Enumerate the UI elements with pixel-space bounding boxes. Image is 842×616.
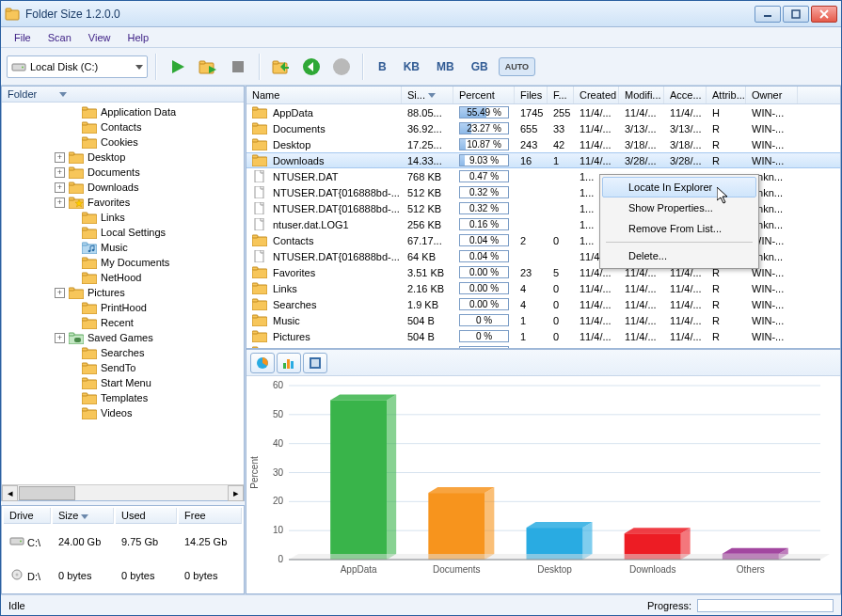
col-used[interactable]: Used	[116, 508, 177, 524]
svg-rect-94	[252, 331, 258, 334]
tree-item[interactable]: Start Menu	[2, 375, 244, 390]
file-row[interactable]: Videos504 B0 %1011/4/...11/4/...11/4/...…	[246, 344, 840, 348]
svg-rect-15	[273, 61, 278, 64]
file-row[interactable]: Searches1.9 KB0.00 %4011/4/...11/4/...11…	[246, 296, 840, 312]
file-row[interactable]: Music504 B0 %1011/4/...11/4/...11/4/...R…	[246, 312, 840, 328]
svg-rect-96	[252, 347, 258, 348]
svg-rect-13	[232, 61, 244, 72]
ctx-delete[interactable]: Delete...	[602, 245, 756, 266]
svg-rect-29	[69, 167, 74, 170]
chart-tab-details[interactable]	[303, 353, 327, 373]
file-row[interactable]: AppData88.05...55.49 %174525511/4/...11/…	[246, 104, 840, 120]
minimize-button[interactable]	[755, 6, 781, 23]
col-name[interactable]: Name	[246, 87, 402, 103]
col-free[interactable]: Free	[179, 508, 242, 524]
ctx-remove[interactable]: Remove From List...	[602, 218, 756, 239]
tree-item[interactable]: Local Settings	[2, 225, 244, 240]
col-percent[interactable]: Percent	[453, 87, 515, 103]
tree-item[interactable]: NetHood	[2, 270, 244, 285]
svg-text:Downloads: Downloads	[629, 564, 675, 575]
svg-rect-11	[199, 61, 205, 64]
tree-item[interactable]: SendTo	[2, 360, 244, 375]
col-size[interactable]: Size	[53, 508, 114, 524]
ctx-properties[interactable]: Show Properties...	[602, 197, 756, 218]
forward-button[interactable]	[328, 54, 355, 80]
tree-item[interactable]: PrintHood	[2, 300, 244, 315]
file-row[interactable]: Documents36.92...23.27 %6553311/4/...3/1…	[246, 120, 840, 136]
file-grid[interactable]: AppData88.05...55.49 %174525511/4/...11/…	[246, 104, 840, 348]
tree-item[interactable]: Searches	[2, 345, 244, 360]
svg-rect-40	[82, 243, 87, 245]
file-row[interactable]: Downloads14.33...9.03 %16111/4/...3/28/.…	[246, 152, 840, 168]
svg-rect-71	[252, 107, 258, 110]
svg-rect-78	[255, 170, 263, 182]
svg-point-7	[22, 66, 24, 68]
maximize-button[interactable]	[783, 6, 809, 23]
tree-item[interactable]: Templates	[2, 390, 244, 405]
unit-mb-button[interactable]: MB	[430, 55, 461, 78]
tree-item[interactable]: Videos	[2, 405, 244, 420]
svg-rect-23	[82, 122, 87, 125]
tree-item[interactable]: Application Data	[2, 104, 244, 119]
file-row[interactable]: Pictures504 B0 %1011/4/...11/4/...11/4/.…	[246, 328, 840, 344]
stop-button[interactable]	[225, 54, 251, 80]
col-folders[interactable]: F...	[548, 87, 574, 103]
col-owner[interactable]: Owner	[746, 87, 798, 103]
menu-scan[interactable]: Scan	[40, 30, 79, 45]
menu-view[interactable]: View	[81, 30, 119, 45]
tree-item[interactable]: +Favorites	[2, 195, 244, 210]
tree-item[interactable]: +Pictures	[2, 285, 244, 300]
svg-rect-50	[82, 303, 87, 306]
col-attrib[interactable]: Attrib...	[707, 87, 746, 103]
back-button[interactable]	[298, 54, 325, 80]
scan-button[interactable]	[165, 54, 191, 80]
titlebar[interactable]: Folder Size 1.2.0.0	[1, 1, 841, 27]
svg-point-69	[16, 574, 19, 577]
svg-marker-9	[172, 60, 184, 73]
unit-auto-button[interactable]: AUTO	[499, 57, 535, 76]
drive-row[interactable]: D:\0 bytes0 bytes0 bytes	[4, 560, 242, 592]
scan-folder-button[interactable]	[195, 54, 221, 80]
unit-b-button[interactable]: B	[372, 55, 393, 78]
file-row[interactable]: Desktop17.25...10.87 %2434211/4/...3/18/…	[246, 136, 840, 152]
svg-rect-61	[82, 378, 87, 381]
drive-select[interactable]: Local Disk (C:)	[7, 55, 148, 78]
col-created[interactable]: Created	[574, 87, 619, 103]
context-menu: Locate In Explorer Show Properties... Re…	[599, 174, 759, 269]
svg-text:Documents: Documents	[433, 564, 481, 575]
ctx-locate[interactable]: Locate In Explorer	[602, 177, 756, 197]
window-title: Folder Size 1.2.0.0	[25, 8, 755, 21]
col-drive[interactable]: Drive	[4, 508, 51, 524]
tree-item[interactable]: +Documents	[2, 165, 244, 180]
unit-gb-button[interactable]: GB	[465, 55, 495, 78]
col-files[interactable]: Files	[515, 87, 548, 103]
file-row[interactable]: Links2.16 KB0.00 %4011/4/...11/4/...11/4…	[246, 280, 840, 296]
svg-rect-38	[82, 228, 87, 230]
chart-tab-bar[interactable]	[277, 353, 301, 373]
tree-item[interactable]: Music	[2, 240, 244, 255]
tree-item[interactable]: My Documents	[2, 255, 244, 270]
col-size[interactable]: Si...	[402, 87, 453, 103]
col-accessed[interactable]: Acce...	[664, 87, 707, 103]
col-modified[interactable]: Modifi...	[619, 87, 664, 103]
tree-item[interactable]: +Downloads	[2, 180, 244, 195]
statusbar: Idle Progress:	[1, 594, 841, 615]
svg-rect-3	[792, 10, 800, 18]
tree-item[interactable]: +Saved Games	[2, 330, 244, 345]
menu-file[interactable]: File	[7, 30, 39, 45]
tree-item[interactable]: Links	[2, 210, 244, 225]
unit-kb-button[interactable]: KB	[397, 55, 426, 78]
folder-tree[interactable]: Application DataContactsCookies+Desktop+…	[2, 103, 244, 484]
menu-help[interactable]: Help	[119, 30, 156, 45]
tree-item[interactable]: Cookies	[2, 134, 244, 150]
svg-text:Desktop: Desktop	[537, 564, 572, 575]
tree-scrollbar[interactable]: ◂ ▸	[2, 484, 244, 500]
up-folder-button[interactable]	[268, 54, 294, 80]
tree-item[interactable]: Contacts	[2, 119, 244, 134]
close-button[interactable]	[811, 6, 837, 23]
svg-rect-84	[255, 250, 263, 262]
chart-tab-pie[interactable]	[250, 353, 275, 373]
tree-item[interactable]: Recent	[2, 315, 244, 330]
drive-row[interactable]: C:\24.00 Gb9.75 Gb14.25 Gb	[4, 526, 242, 558]
tree-item[interactable]: +Desktop	[2, 150, 244, 165]
